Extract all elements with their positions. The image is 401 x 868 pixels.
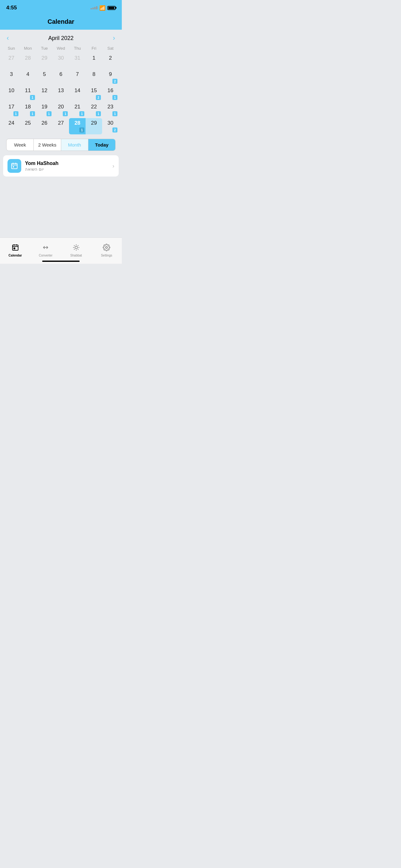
- wifi-icon: 📶: [99, 5, 106, 11]
- svg-rect-0: [11, 163, 17, 169]
- table-row[interactable]: 302: [102, 118, 119, 134]
- calendar-grid: 27 28 29 30 31 1 2 3 4 5 6 7 8 92 10 111…: [3, 53, 119, 134]
- svg-rect-9: [14, 248, 15, 249]
- table-row[interactable]: 231: [102, 102, 119, 118]
- tab-converter[interactable]: Converter: [31, 238, 61, 260]
- table-row[interactable]: 13: [53, 86, 69, 102]
- day-header-tue: Tue: [36, 45, 53, 52]
- table-row[interactable]: 28: [20, 53, 36, 69]
- table-row[interactable]: 4: [20, 69, 36, 86]
- day-header-sun: Sun: [3, 45, 20, 52]
- table-row[interactable]: 30: [53, 53, 69, 69]
- day-header-fri: Fri: [86, 45, 102, 52]
- table-row[interactable]: 3: [3, 69, 20, 86]
- table-row[interactable]: 201: [53, 102, 69, 118]
- table-row[interactable]: 27: [53, 118, 69, 134]
- table-row[interactable]: 171: [3, 102, 20, 118]
- month-view-button[interactable]: Month: [61, 139, 89, 151]
- svg-point-11: [75, 246, 77, 249]
- table-row[interactable]: 191: [36, 102, 53, 118]
- table-row[interactable]: 10: [3, 86, 20, 102]
- converter-tab-icon: [42, 244, 49, 253]
- day-headers: Sun Mon Tue Wed Thu Fri Sat: [3, 45, 119, 52]
- table-row[interactable]: 152: [86, 86, 102, 102]
- svg-point-20: [106, 247, 107, 248]
- table-row[interactable]: 161: [102, 86, 119, 102]
- tab-settings[interactable]: Settings: [92, 238, 122, 260]
- svg-line-16: [74, 245, 75, 246]
- svg-line-18: [74, 249, 75, 250]
- table-row[interactable]: 24: [3, 118, 20, 134]
- table-row[interactable]: 7: [69, 69, 86, 86]
- table-row[interactable]: 181: [20, 102, 36, 118]
- status-bar: 4:55 📶: [0, 0, 122, 16]
- status-time: 4:55: [6, 5, 17, 11]
- tab-converter-label: Converter: [39, 254, 53, 257]
- table-row[interactable]: 211: [69, 102, 86, 118]
- shabbat-tab-icon: [72, 244, 80, 253]
- table-row[interactable]: 8: [86, 69, 102, 86]
- tab-bar: Calendar Converter Shabb: [0, 238, 122, 264]
- day-header-sat: Sat: [102, 45, 119, 52]
- home-indicator: [42, 260, 80, 262]
- settings-tab-icon: [103, 244, 110, 253]
- two-weeks-view-button[interactable]: 2 Weeks: [34, 139, 61, 151]
- today-view-button[interactable]: Today: [89, 139, 115, 151]
- list-item[interactable]: Yom HaShoah יום השואה ›: [3, 155, 119, 177]
- next-month-button[interactable]: ›: [109, 34, 119, 42]
- day-header-wed: Wed: [53, 45, 69, 52]
- table-row[interactable]: 111: [20, 86, 36, 102]
- svg-rect-4: [13, 166, 14, 167]
- svg-line-19: [78, 245, 78, 246]
- table-row[interactable]: 29: [36, 53, 53, 69]
- signal-icon: [91, 6, 97, 9]
- table-row[interactable]: 26: [36, 118, 53, 134]
- table-row[interactable]: 1: [86, 53, 102, 69]
- prev-month-button[interactable]: ‹: [3, 34, 12, 42]
- table-row[interactable]: 25: [20, 118, 36, 134]
- table-row[interactable]: 2: [102, 53, 119, 69]
- app-header: Calendar: [0, 16, 122, 30]
- table-row[interactable]: 27: [3, 53, 20, 69]
- event-subtitle: יום השואה: [25, 167, 112, 172]
- tab-shabbat-label: Shabbat: [70, 254, 82, 257]
- event-title: Yom HaShoah: [25, 161, 112, 166]
- calendar-container: Sun Mon Tue Wed Thu Fri Sat 27 28 29 30 …: [0, 45, 122, 151]
- tab-shabbat[interactable]: Shabbat: [61, 238, 92, 260]
- status-icons: 📶: [91, 5, 115, 11]
- calendar-tab-icon: [11, 244, 19, 253]
- svg-rect-5: [12, 245, 18, 250]
- event-chevron-icon: ›: [112, 163, 114, 169]
- table-row[interactable]: 6: [53, 69, 69, 86]
- table-row[interactable]: 221: [86, 102, 102, 118]
- view-buttons: Week 2 Weeks Month Today: [6, 139, 115, 151]
- tab-calendar-label: Calendar: [8, 254, 22, 257]
- week-view-button[interactable]: Week: [6, 139, 34, 151]
- calendar-icon: [11, 162, 18, 170]
- table-row[interactable]: 92: [102, 69, 119, 86]
- event-list: Yom HaShoah יום השואה ›: [0, 155, 122, 177]
- table-row[interactable]: 12: [36, 86, 53, 102]
- app-title: Calendar: [47, 18, 74, 25]
- battery-icon: [107, 6, 115, 10]
- table-row[interactable]: 5: [36, 69, 53, 86]
- day-header-thu: Thu: [69, 45, 86, 52]
- table-row[interactable]: 29: [86, 118, 102, 134]
- table-row[interactable]: 14: [69, 86, 86, 102]
- month-title: April 2022: [48, 35, 73, 41]
- event-icon: [7, 159, 21, 173]
- event-details: Yom HaShoah יום השואה: [25, 161, 112, 172]
- tab-settings-label: Settings: [101, 254, 112, 257]
- month-nav: ‹ April 2022 ›: [0, 30, 122, 45]
- table-row[interactable]: 31: [69, 53, 86, 69]
- day-header-mon: Mon: [20, 45, 36, 52]
- svg-line-17: [78, 249, 78, 250]
- tab-calendar[interactable]: Calendar: [0, 238, 31, 260]
- table-row[interactable]: 281: [69, 118, 86, 134]
